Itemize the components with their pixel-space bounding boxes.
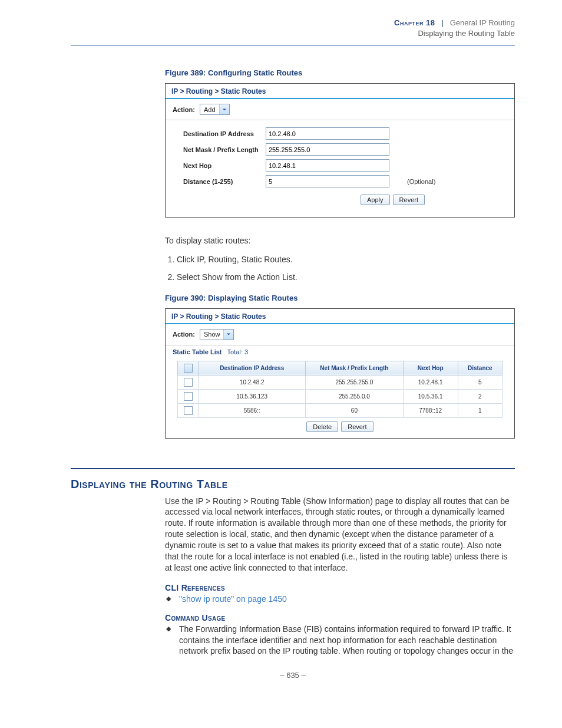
col-mask: Net Mask / Prefix Length (306, 361, 404, 375)
delete-button[interactable]: Delete (306, 421, 338, 432)
select-all-checkbox[interactable] (184, 364, 193, 373)
col-dest: Destination IP Address (199, 361, 306, 375)
step-1: Click IP, Routing, Static Routes. (177, 255, 515, 264)
netmask-input[interactable] (266, 143, 389, 156)
action-label: Action: (173, 331, 195, 338)
revert-button[interactable]: Revert (393, 195, 425, 205)
breadcrumb: IP > Routing > Static Routes (166, 309, 514, 324)
action-select-value: Add (200, 106, 219, 113)
col-distance: Distance (458, 361, 502, 375)
distance-input[interactable] (266, 175, 389, 187)
figure-389-caption: Figure 389: Configuring Static Routes (165, 68, 515, 77)
figure-390-panel: IP > Routing > Static Routes Action: Sho… (165, 308, 515, 439)
action-select-value: Show (200, 331, 224, 338)
separator: | (437, 18, 448, 27)
apply-button[interactable]: Apply (361, 195, 390, 205)
row-checkbox[interactable] (184, 392, 193, 401)
action-label: Action: (173, 106, 195, 113)
table-row: 5586:: 60 7788::12 1 (178, 403, 503, 417)
action-row: Action: Show (166, 324, 514, 345)
cli-reference-item: "show ip route" on page 1450 (165, 594, 515, 605)
breadcrumb: IP > Routing > Static Routes (166, 84, 514, 99)
action-row: Action: Add (166, 99, 514, 120)
chapter-title: General IP Routing (450, 18, 515, 27)
nexthop-label: Next Hop (183, 162, 266, 169)
figure-390-caption: Figure 390: Displaying Static Routes (165, 294, 515, 302)
intro-text: To display static routes: (165, 235, 515, 246)
row-checkbox[interactable] (184, 378, 193, 387)
col-nexthop: Next Hop (403, 361, 458, 375)
section-rule (71, 468, 515, 469)
header-rule (71, 45, 515, 46)
figure-389-panel: IP > Routing > Static Routes Action: Add… (165, 83, 515, 218)
section-heading: Displaying the Routing Table (71, 477, 515, 491)
header-subtitle: Displaying the Routing Table (71, 28, 515, 39)
page-header: Chapter 18 | General IP Routing Displayi… (71, 18, 515, 45)
static-routes-table: Destination IP Address Net Mask / Prefix… (177, 361, 503, 418)
cli-references-heading: CLI References (165, 583, 515, 592)
action-select[interactable]: Add (200, 104, 230, 115)
action-select[interactable]: Show (200, 329, 234, 340)
dest-ip-label: Destination IP Address (183, 130, 266, 137)
section-paragraph: Use the IP > Routing > Routing Table (Sh… (165, 496, 515, 574)
page-number: – 635 – (71, 671, 515, 680)
netmask-label: Net Mask / Prefix Length (183, 146, 266, 153)
cli-reference-link[interactable]: "show ip route" on page 1450 (179, 594, 287, 604)
command-usage-item: The Forwarding Information Base (FIB) co… (165, 624, 515, 657)
distance-label: Distance (1-255) (183, 178, 266, 185)
revert-button[interactable]: Revert (341, 421, 373, 432)
table-row: 10.5.36.123 255.255.0.0 10.5.36.1 2 (178, 389, 503, 403)
chevron-down-icon (223, 330, 233, 340)
table-row: 10.2.48.2 255.255.255.0 10.2.48.1 5 (178, 375, 503, 389)
nexthop-input[interactable] (266, 159, 389, 172)
chevron-down-icon (219, 104, 229, 114)
command-usage-heading: Command Usage (165, 613, 515, 622)
row-checkbox[interactable] (184, 406, 193, 415)
list-title: Static Table List (173, 348, 222, 355)
optional-label: (Optional) (407, 178, 435, 185)
chapter-label: Chapter 18 (394, 18, 435, 27)
dest-ip-input[interactable] (266, 127, 389, 140)
total-label: Total: 3 (227, 348, 248, 355)
step-2: Select Show from the Action List. (177, 272, 515, 282)
